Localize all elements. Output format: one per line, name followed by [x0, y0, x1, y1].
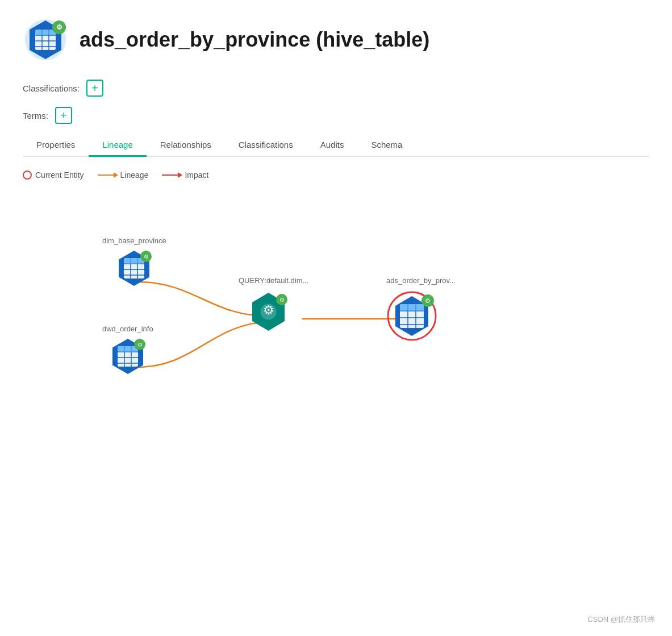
node-dim-base-label: dim_base_province: [102, 236, 166, 245]
current-entity-circle-icon: [23, 171, 32, 180]
svg-text:⚙: ⚙: [425, 297, 431, 304]
node-dwd-order-info[interactable]: dwd_order_info ⚙: [102, 325, 153, 379]
terms-label: Terms:: [23, 111, 48, 120]
legend-impact: Impact: [162, 171, 208, 180]
entity-icon: ⚙: [23, 17, 68, 63]
tab-classifications[interactable]: Classifications: [225, 134, 307, 157]
svg-text:⚙: ⚙: [279, 297, 285, 303]
node-ads-order[interactable]: ⚙: [386, 290, 437, 344]
lineage-diagram: dim_base_province ⚙ dwd_order_info: [23, 202, 649, 441]
legend-bar: Current Entity Lineage Impact: [23, 171, 649, 180]
lineage-arrow-line-icon: [98, 174, 114, 176]
node-dim-base-province[interactable]: dim_base_province ⚙: [102, 236, 166, 290]
svg-text:⚙: ⚙: [137, 342, 142, 348]
tab-properties[interactable]: Properties: [23, 134, 89, 157]
node-dwd-icon: ⚙: [108, 336, 148, 376]
node-dim-base-icon: ⚙: [114, 248, 154, 288]
add-terms-button[interactable]: +: [55, 107, 72, 124]
node-query-icon: ⚙ ⚙: [247, 290, 290, 333]
terms-row: Terms: +: [23, 107, 649, 124]
footer-attribution: CSDN @抓住那只蝉: [587, 614, 655, 625]
entity-header: ⚙ ads_order_by_province (hive_table): [23, 17, 649, 63]
legend-current-entity: Current Entity: [23, 171, 84, 180]
svg-text:⚙: ⚙: [56, 23, 62, 31]
svg-rect-44: [400, 304, 424, 311]
node-query[interactable]: ⚙ ⚙: [247, 290, 290, 335]
svg-text:⚙: ⚙: [263, 303, 274, 317]
svg-text:⚙: ⚙: [144, 253, 149, 260]
tabs-bar: Properties Lineage Relationships Classif…: [23, 134, 649, 157]
node-ads-order-icon: ⚙: [386, 290, 437, 342]
legend-current-entity-label: Current Entity: [35, 171, 84, 180]
lineage-arrow-head-icon: [114, 172, 118, 178]
svg-rect-8: [35, 30, 56, 35]
page-container: ⚙ ads_order_by_province (hive_table) Cla…: [0, 0, 672, 458]
node-dwd-label: dwd_order_info: [102, 325, 153, 333]
ads-order-label: ads_order_by_prov...: [386, 276, 456, 285]
impact-arrow-line-icon: [162, 174, 178, 176]
query-node-label: QUERY:default.dim...: [239, 276, 308, 285]
classifications-label: Classifications:: [23, 84, 80, 93]
tab-lineage[interactable]: Lineage: [89, 134, 146, 157]
classifications-row: Classifications: +: [23, 80, 649, 97]
impact-arrow-head-icon: [178, 172, 182, 178]
legend-impact-label: Impact: [185, 171, 208, 180]
tab-relationships[interactable]: Relationships: [147, 134, 225, 157]
add-classification-button[interactable]: +: [86, 80, 103, 97]
entity-title: ads_order_by_province (hive_table): [80, 28, 429, 52]
legend-lineage-label: Lineage: [120, 171, 149, 180]
tab-schema[interactable]: Schema: [357, 134, 416, 157]
legend-lineage: Lineage: [98, 171, 149, 180]
tab-audits[interactable]: Audits: [307, 134, 358, 157]
